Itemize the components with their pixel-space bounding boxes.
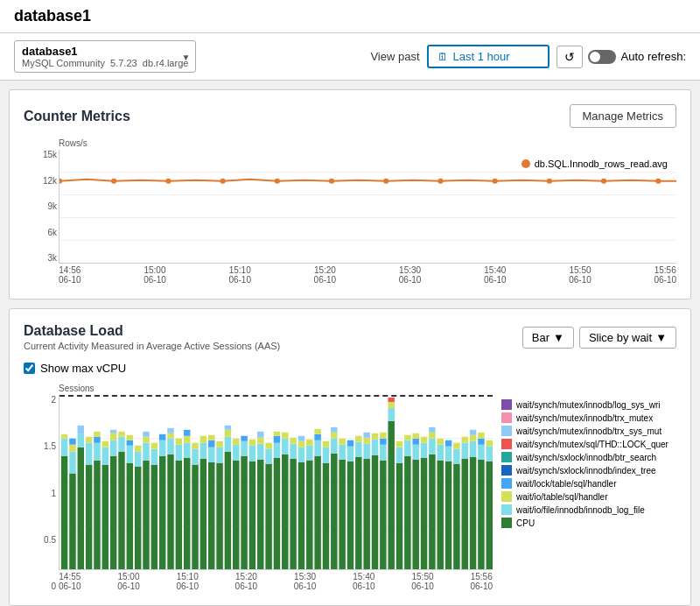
svg-rect-65 [167,439,173,454]
svg-point-10 [383,179,388,184]
load-x-2: 15:1006-10 [176,572,199,591]
slice-by-button[interactable]: Slice by wait ▼ [579,327,676,349]
svg-rect-178 [437,445,443,461]
time-range-select[interactable]: 🗓 Last 1 hour [427,45,550,68]
legend-color-1 [501,412,512,423]
svg-rect-180 [445,462,452,569]
svg-rect-61 [159,456,165,569]
svg-rect-82 [208,447,214,462]
svg-rect-74 [184,430,190,436]
legend-color-9 [501,518,512,528]
svg-rect-77 [192,443,198,449]
chevron-down-icon-slice: ▼ [655,331,667,344]
svg-rect-158 [388,402,394,408]
svg-rect-26 [69,439,75,445]
counter-legend-dot [522,159,530,168]
svg-rect-71 [184,458,190,569]
svg-rect-47 [127,463,133,569]
svg-rect-187 [462,443,468,459]
svg-rect-44 [118,452,124,569]
svg-rect-37 [102,465,108,569]
load-x-5: 15:4006-10 [353,572,375,591]
svg-point-7 [220,179,226,184]
show-max-vcpu-checkbox[interactable] [24,363,35,374]
svg-point-6 [165,179,171,184]
svg-rect-24 [69,452,75,474]
time-range-value: Last 1 hour [453,50,510,63]
legend-label-8: wait/io/file/innodb/innodb_log_file [516,505,645,515]
svg-rect-35 [94,437,100,443]
svg-rect-167 [412,445,418,460]
svg-rect-106 [265,449,271,464]
svg-rect-33 [94,461,100,569]
svg-rect-93 [233,445,239,461]
svg-rect-91 [225,426,231,430]
db-select-dropdown[interactable]: database1 MySQL Community 5.7.23 db.r4.l… [14,40,196,73]
svg-rect-138 [339,439,345,445]
svg-rect-99 [249,446,256,462]
svg-rect-165 [404,435,410,440]
database-load-title: Database Load [24,323,280,339]
svg-rect-152 [380,461,386,569]
database-load-title-group: Database Load Current Activity Measured … [24,323,280,351]
y-label-6k: 6k [26,228,57,237]
svg-rect-105 [265,464,271,569]
database-load-header: Database Load Current Activity Measured … [24,323,676,351]
svg-rect-21 [61,439,67,456]
svg-rect-59 [151,449,158,465]
svg-rect-192 [470,430,476,435]
svg-rect-83 [208,440,214,447]
svg-rect-163 [404,456,410,569]
load-y-15: 1.5 [28,441,56,451]
legend-item-2: wait/synch/mutex/innodb/trx_sys_mut [501,426,676,436]
svg-rect-122 [306,461,312,569]
svg-rect-28 [78,434,84,447]
chart-type-button[interactable]: Bar ▼ [522,327,574,349]
svg-rect-23 [69,474,75,569]
svg-rect-34 [94,443,100,461]
page-title: database1 [0,0,700,33]
y-label-3k: 3k [26,253,57,263]
svg-rect-144 [355,436,361,442]
calendar-icon: 🗓 [438,51,448,63]
auto-refresh-toggle[interactable] [588,50,616,64]
counter-metrics-section: Counter Metrics Manage Metrics Rows/s 15… [9,89,691,299]
svg-rect-160 [396,463,402,569]
load-x-4: 15:3006-10 [294,572,317,591]
db-selector: database1 MySQL Community 5.7.23 db.r4.l… [14,40,196,73]
counter-metrics-header: Counter Metrics Manage Metrics [24,104,676,128]
svg-rect-145 [363,459,369,569]
svg-rect-189 [470,457,476,569]
legend-item-0: wait/synch/mutex/innodb/log_sys_wri [501,399,676,410]
load-y-1: 1 [28,489,56,498]
svg-rect-162 [396,441,402,447]
refresh-button[interactable]: ↺ [556,46,583,68]
svg-rect-198 [486,447,493,462]
x-label-4: 15:3006-10 [399,265,422,285]
svg-rect-193 [478,460,484,569]
svg-rect-169 [412,433,418,439]
svg-rect-188 [462,437,468,443]
svg-rect-148 [363,433,369,438]
svg-rect-52 [135,452,141,467]
load-y-labels: 2 1.5 1 0.5 0 [28,395,56,591]
load-controls: Bar ▼ Slice by wait ▼ [522,327,676,349]
svg-rect-179 [437,439,443,445]
chevron-down-icon: ▼ [181,52,190,61]
db-name: database1 [22,45,188,58]
sessions-label: Sessions [59,384,676,393]
manage-metrics-button[interactable]: Manage Metrics [570,104,676,128]
legend-label-7: wait/io/table/sql/handler [516,492,608,502]
svg-rect-90 [225,430,231,437]
svg-rect-101 [257,460,263,569]
svg-rect-55 [143,443,149,461]
svg-point-9 [329,179,334,184]
svg-rect-174 [429,439,435,454]
svg-rect-195 [478,439,484,445]
svg-rect-153 [380,445,386,461]
svg-rect-168 [412,439,418,445]
legend-item-1: wait/synch/mutex/innodb/trx_mutex [501,412,676,423]
svg-rect-109 [274,443,280,458]
max-vcpu-line: Max vCPU: 2 [60,395,493,397]
svg-rect-46 [118,432,124,437]
